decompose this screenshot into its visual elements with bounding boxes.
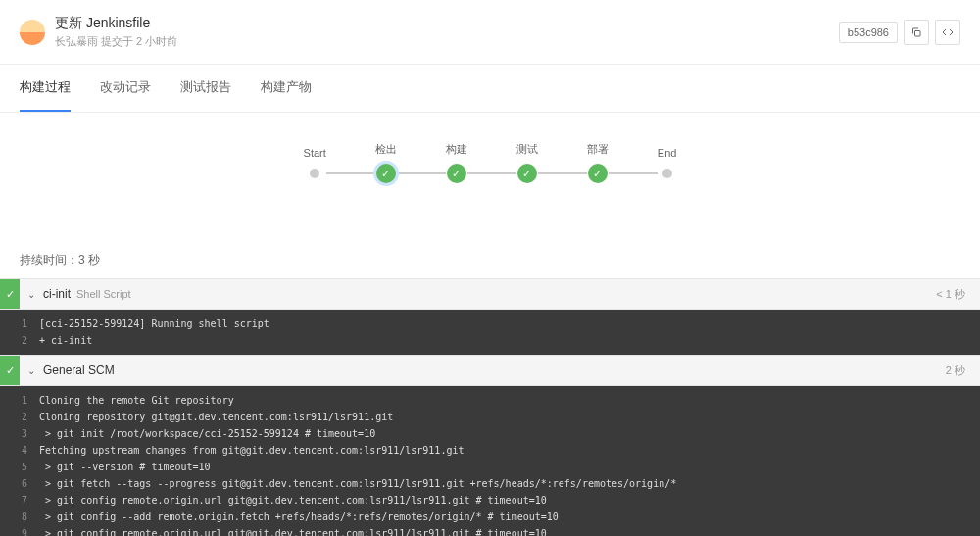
line-text: > git fetch --tags --progress git@git.de… (39, 476, 676, 491)
commit-title: 更新 Jenkinsfile (55, 15, 177, 32)
line-text: Fetching upstream changes from git@git.d… (39, 443, 464, 458)
stage-label: End (658, 147, 677, 161)
stage-label: 测试 (516, 142, 538, 156)
avatar (20, 20, 45, 45)
step-duration: 2 秒 (946, 364, 980, 378)
start-dot (310, 169, 319, 178)
svg-rect-0 (915, 30, 921, 36)
check-icon: ✓ (588, 164, 608, 183)
line-text: > git config remote.origin.url git@git.d… (39, 526, 547, 536)
stage[interactable]: 部署✓ (587, 142, 609, 183)
console-line: 1[cci-25152-599124] Running shell script (0, 316, 980, 332)
step-name: General SCM (43, 364, 946, 377)
console-line: 7 > git config remote.origin.url git@git… (0, 492, 980, 509)
stage-connector (538, 172, 587, 174)
stage[interactable]: Start (304, 147, 326, 178)
build-step: ✓⌄ci-initShell Script< 1 秒1[cci-25152-59… (0, 278, 980, 355)
line-text: Cloning the remote Git repository (39, 393, 234, 408)
console-line: 5 > git --version # timeout=10 (0, 459, 980, 475)
tab-2[interactable]: 测试报告 (180, 65, 231, 112)
build-step: ✓⌄General SCM2 秒1Cloning the remote Git … (0, 355, 980, 536)
line-number: 6 (0, 476, 39, 491)
line-number: 3 (0, 426, 39, 441)
commit-hash-badge[interactable]: b53c986 (839, 22, 898, 43)
console-line: 2Cloning repository git@git.dev.tencent.… (0, 409, 980, 425)
console-output: 1Cloning the remote Git repository2Cloni… (0, 386, 980, 536)
end-dot (662, 169, 672, 178)
stage[interactable]: 测试✓ (516, 142, 538, 183)
step-header[interactable]: ✓⌄General SCM2 秒 (0, 355, 980, 386)
console-line: 2+ ci-init (0, 332, 980, 349)
console-line: 4Fetching upstream changes from git@git.… (0, 442, 980, 459)
step-duration: < 1 秒 (936, 287, 980, 302)
pipeline: Start检出✓构建✓测试✓部署✓End (0, 113, 980, 242)
stage-label: 检出 (375, 142, 397, 156)
line-text: Cloning repository git@git.dev.tencent.c… (39, 410, 393, 424)
console-output: 1[cci-25152-599124] Running shell script… (0, 310, 980, 355)
success-icon: ✓ (0, 356, 20, 385)
step-type: Shell Script (76, 288, 131, 300)
code-icon[interactable] (935, 20, 960, 45)
line-number: 5 (0, 460, 39, 474)
console-line: 9 > git config remote.origin.url git@git… (0, 525, 980, 536)
line-text: [cci-25152-599124] Running shell script (39, 317, 270, 331)
console-line: 1Cloning the remote Git repository (0, 392, 980, 409)
stage[interactable]: End (658, 147, 677, 178)
tabs: 构建过程改动记录测试报告构建产物 (0, 65, 980, 113)
step-header[interactable]: ✓⌄ci-initShell Script< 1 秒 (0, 278, 980, 310)
line-number: 7 (0, 493, 39, 508)
tab-1[interactable]: 改动记录 (100, 65, 151, 112)
line-number: 8 (0, 510, 39, 524)
success-icon: ✓ (0, 279, 20, 309)
stage-connector (326, 172, 375, 174)
step-name: ci-initShell Script (43, 287, 936, 301)
tab-0[interactable]: 构建过程 (20, 65, 71, 112)
console-line: 3 > git init /root/workspace/cci-25152-5… (0, 425, 980, 442)
stage-label: 部署 (587, 142, 609, 156)
console-line: 6 > git fetch --tags --progress git@git.… (0, 475, 980, 492)
stage-connector (397, 172, 446, 174)
stage-connector (467, 172, 516, 174)
line-text: > git --version # timeout=10 (39, 460, 211, 474)
line-number: 4 (0, 443, 39, 458)
check-icon: ✓ (376, 164, 396, 183)
chevron-down-icon: ⌄ (20, 289, 43, 300)
line-number: 2 (0, 333, 39, 348)
copy-icon[interactable] (904, 20, 929, 45)
line-number: 1 (0, 317, 39, 331)
commit-header: 更新 Jenkinsfile 长弘暴雨 提交于 2 小时前 b53c986 (0, 0, 980, 65)
line-number: 9 (0, 526, 39, 536)
line-text: > git init /root/workspace/cci-25152-599… (39, 426, 375, 441)
line-text: + ci-init (39, 333, 92, 348)
line-number: 1 (0, 393, 39, 408)
console-line: 8 > git config --add remote.origin.fetch… (0, 509, 980, 525)
tab-3[interactable]: 构建产物 (261, 65, 312, 112)
line-text: > git config --add remote.origin.fetch +… (39, 510, 559, 524)
commit-subtitle: 长弘暴雨 提交于 2 小时前 (55, 34, 177, 49)
check-icon: ✓ (517, 164, 537, 183)
stage-label: Start (304, 147, 326, 161)
check-icon: ✓ (447, 164, 466, 183)
chevron-down-icon: ⌄ (20, 365, 43, 376)
stage[interactable]: 检出✓ (375, 142, 397, 183)
stage-connector (609, 172, 658, 174)
stage[interactable]: 构建✓ (446, 142, 467, 183)
line-text: > git config remote.origin.url git@git.d… (39, 493, 547, 508)
stage-label: 构建 (446, 142, 467, 156)
duration-label: 持续时间：3 秒 (0, 242, 980, 278)
line-number: 2 (0, 410, 39, 424)
